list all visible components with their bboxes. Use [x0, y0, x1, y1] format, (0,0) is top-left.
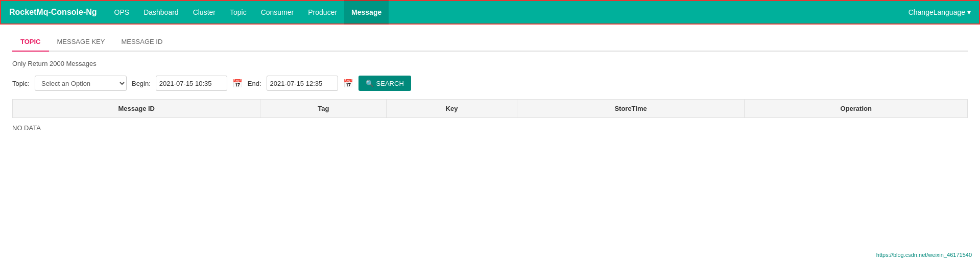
navbar: RocketMq-Console-Ng OPS Dashboard Cluste… — [0, 0, 980, 25]
chevron-down-icon: ▾ — [967, 8, 971, 16]
navbar-item-producer[interactable]: Producer — [301, 0, 344, 25]
search-button[interactable]: 🔍 SEARCH — [358, 76, 411, 91]
begin-datetime-input[interactable] — [156, 76, 227, 91]
col-key: Key — [387, 100, 517, 118]
navbar-item-dashboard[interactable]: Dashboard — [136, 0, 186, 25]
navbar-item-ops[interactable]: OPS — [107, 0, 137, 25]
end-calendar-icon[interactable]: 📅 — [343, 79, 353, 88]
tab-topic[interactable]: TOPIC — [12, 33, 49, 52]
begin-label: Begin: — [132, 80, 151, 87]
table-header-row: Message ID Tag Key StoreTime Operation — [13, 100, 968, 118]
tab-message-id[interactable]: MESSAGE ID — [113, 33, 171, 52]
topic-label: Topic: — [12, 80, 30, 87]
tabs-bar: TOPIC MESSAGE KEY MESSAGE ID — [12, 33, 968, 52]
navbar-item-message[interactable]: Message — [344, 0, 389, 25]
messages-table: Message ID Tag Key StoreTime Operation — [12, 99, 968, 118]
change-language[interactable]: ChangeLanguage ▾ — [909, 8, 971, 16]
no-data-text: NO DATA — [12, 118, 968, 138]
navbar-item-consumer[interactable]: Consumer — [254, 0, 301, 25]
col-tag: Tag — [260, 100, 387, 118]
col-message-id: Message ID — [13, 100, 260, 118]
navbar-item-topic[interactable]: Topic — [223, 0, 254, 25]
col-store-time: StoreTime — [517, 100, 745, 118]
tab-message-key[interactable]: MESSAGE KEY — [49, 33, 113, 52]
col-operation: Operation — [745, 100, 968, 118]
end-label: End: — [248, 80, 261, 87]
begin-calendar-icon[interactable]: 📅 — [232, 79, 243, 88]
topic-select[interactable]: Select an Option — [35, 76, 127, 91]
search-bar: Topic: Select an Option Begin: 📅 End: 📅 … — [12, 76, 968, 91]
navbar-brand: RocketMq-Console-Ng — [9, 8, 97, 17]
main-content: TOPIC MESSAGE KEY MESSAGE ID Only Return… — [0, 25, 980, 146]
search-icon: 🔍 — [366, 80, 374, 87]
end-datetime-input[interactable] — [267, 76, 338, 91]
info-text: Only Return 2000 Messages — [12, 60, 968, 67]
navbar-item-cluster[interactable]: Cluster — [186, 0, 223, 25]
